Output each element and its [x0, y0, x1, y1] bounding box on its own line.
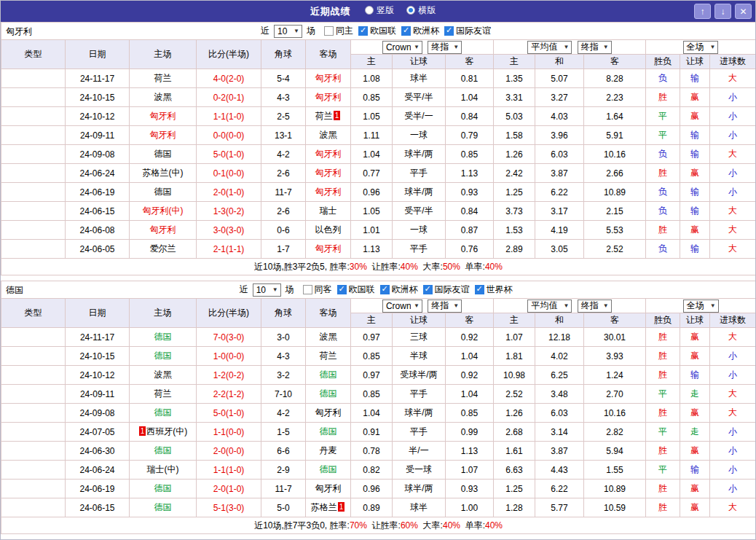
home-team[interactable]: 苏格兰(中) [130, 164, 197, 183]
move-down-button[interactable]: ↓ [714, 4, 731, 19]
bookmaker-select[interactable]: Crown▼ [382, 300, 422, 313]
match-type: 欧国联 [1, 347, 66, 366]
away-team[interactable]: 以色列 [306, 221, 351, 240]
home-team[interactable]: 荷兰 [130, 385, 197, 404]
home-team[interactable]: 德国 [130, 347, 197, 366]
avg-home: 2.42 [494, 164, 535, 183]
home-team[interactable]: 匈牙利(中) [130, 202, 197, 221]
away-team[interactable]: 德国 [306, 461, 351, 480]
layout-radio-vertical[interactable]: 竖版 [365, 4, 394, 17]
away-team[interactable]: 匈牙利 [306, 88, 351, 107]
away-team[interactable]: 荷兰 [306, 347, 351, 366]
odds-home: 1.04 [351, 145, 393, 164]
average-select[interactable]: 平均值▼ [527, 41, 572, 54]
match-count-select[interactable]: 10▼ [274, 25, 302, 38]
team-name: 德国 [154, 351, 172, 361]
home-team[interactable]: 匈牙利 [130, 221, 197, 240]
home-team[interactable]: 匈牙利 [130, 107, 197, 126]
away-team[interactable]: 波黑 [306, 328, 351, 347]
home-team[interactable]: 德国 [130, 480, 197, 498]
result-handicap: 赢 [680, 221, 710, 240]
match-count-select[interactable]: 10▼ [253, 283, 281, 297]
away-team[interactable]: 荷兰1 [306, 107, 351, 126]
filter-checkbox-欧国联[interactable]: 欧国联 [358, 25, 396, 37]
away-team[interactable]: 匈牙利 [306, 69, 351, 88]
bookmaker-select[interactable]: Crown▼ [382, 41, 422, 54]
away-team[interactable]: 德国 [306, 366, 351, 385]
avg-draw: 4.02 [535, 347, 584, 366]
col-type: 类型 [1, 299, 66, 328]
away-team[interactable]: 苏格兰1 [306, 498, 351, 517]
home-team[interactable]: 爱尔兰 [130, 240, 197, 259]
scope-select[interactable]: 全场▼ [683, 300, 719, 313]
away-team[interactable]: 匈牙利 [306, 183, 351, 202]
away-team[interactable]: 匈牙利 [306, 240, 351, 259]
scope-select[interactable]: 全场▼ [683, 41, 719, 54]
filter-checkbox-世界杯[interactable]: 世界杯 [475, 283, 513, 296]
team-name: 荷兰 [315, 111, 333, 121]
away-team[interactable]: 匈牙利 [306, 145, 351, 164]
corners: 2-9 [261, 461, 306, 480]
final-index-select[interactable]: 终指▼ [578, 41, 612, 54]
home-team[interactable]: 瑞士(中) [130, 461, 197, 480]
move-up-button[interactable]: ↑ [694, 4, 711, 19]
away-team[interactable]: 德国 [306, 423, 351, 442]
final-index-select[interactable]: 终指▼ [428, 41, 462, 54]
home-team[interactable]: 德国 [130, 328, 197, 347]
away-team[interactable]: 瑞士 [306, 202, 351, 221]
home-team[interactable]: 1西班牙(中) [130, 423, 197, 442]
avg-draw: 3.87 [535, 442, 584, 461]
corners: 2-6 [261, 164, 306, 183]
filter-checkbox-欧国联[interactable]: 欧国联 [337, 283, 375, 296]
summary-row: 近10场,胜7平3负0, 胜率:70% 让胜率:60% 大率:40% 单率:40… [1, 517, 756, 534]
result-goals: 大 [710, 498, 756, 517]
away-team[interactable]: 丹麦 [306, 442, 351, 461]
layout-radio-horizontal[interactable]: 横版 [406, 4, 436, 17]
col-goals-result: 进球数 [710, 55, 756, 69]
away-team[interactable]: 匈牙利 [306, 164, 351, 183]
corners: 1-5 [261, 423, 306, 442]
col-result: 胜负 [646, 55, 680, 69]
home-team[interactable]: 德国 [130, 404, 197, 423]
filter-checkbox-国际友谊[interactable]: 国际友谊 [423, 283, 470, 296]
home-team[interactable]: 德国 [130, 498, 197, 517]
avg-home: 1.07 [494, 328, 535, 347]
result-handicap: 赢 [680, 88, 710, 107]
final-index-select[interactable]: 终指▼ [428, 300, 462, 313]
final-index-select[interactable]: 终指▼ [578, 300, 612, 313]
average-select[interactable]: 平均值▼ [527, 300, 572, 313]
close-button[interactable]: ✕ [735, 4, 752, 19]
avg-away: 30.01 [584, 328, 646, 347]
away-team[interactable]: 匈牙利 [306, 404, 351, 423]
team-name: 德国 [320, 426, 337, 437]
home-team[interactable]: 德国 [130, 442, 197, 461]
odds-away: 0.84 [446, 202, 494, 221]
odds-home: 0.82 [351, 461, 393, 480]
team-name: 波黑 [320, 332, 337, 342]
chevron-down-icon: ▼ [294, 28, 299, 34]
filter-checkbox-国际友谊[interactable]: 国际友谊 [444, 25, 491, 37]
home-team[interactable]: 波黑 [130, 366, 197, 385]
filter-checkbox-同主[interactable]: 同主 [324, 25, 353, 37]
home-team[interactable]: 波黑 [130, 88, 197, 107]
odds-home: 1.13 [351, 240, 393, 259]
filter-checkbox-欧洲杯[interactable]: 欧洲杯 [401, 25, 439, 37]
away-team[interactable]: 波黑 [306, 126, 351, 145]
col-corners: 角球 [261, 299, 306, 328]
home-team[interactable]: 荷兰 [130, 69, 197, 88]
radio-icon [365, 6, 374, 15]
col-corners: 角球 [261, 40, 306, 69]
col-away: 客场 [306, 40, 351, 69]
col-date: 日期 [66, 299, 130, 328]
home-team[interactable]: 德国 [130, 183, 197, 202]
match-type: 欧国联 [1, 385, 66, 404]
odds-home: 1.04 [351, 404, 393, 423]
checkbox-label: 同客 [315, 283, 332, 296]
result-handicap: 赢 [680, 498, 710, 517]
filter-checkbox-同客[interactable]: 同客 [303, 283, 332, 296]
away-team[interactable]: 德国 [306, 385, 351, 404]
home-team[interactable]: 德国 [130, 145, 197, 164]
home-team[interactable]: 匈牙利 [130, 126, 197, 145]
filter-checkbox-欧洲杯[interactable]: 欧洲杯 [380, 283, 418, 296]
away-team[interactable]: 匈牙利 [306, 480, 351, 498]
